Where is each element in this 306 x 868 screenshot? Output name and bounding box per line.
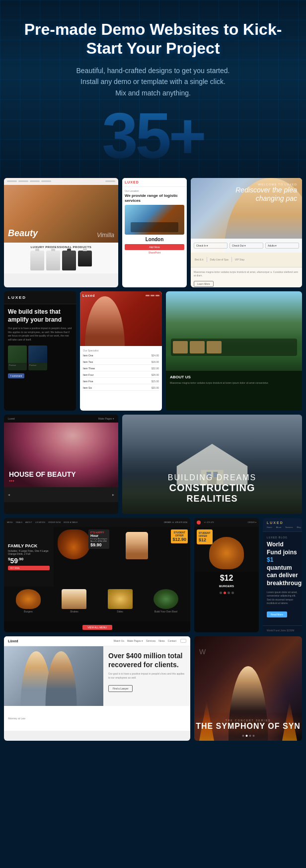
- demo-card-law[interactable]: Lüxed Watch Us Make Pages ▾ Services New…: [4, 636, 190, 741]
- demo-card-student-offer[interactable]: ☏ 478 479 ORDER ▾ STUDENT OFFER $12 $12 …: [194, 518, 259, 632]
- demo-card-beauty[interactable]: Beauty Vimilla LUXURY PROFESSIONAL PRODU…: [4, 178, 118, 287]
- demo-row-5: Lüxed Watch Us Make Pages ▾ Services New…: [4, 636, 302, 741]
- page-title: Pre-made Demo Websites to Kick-Start You…: [20, 20, 286, 58]
- demo-card-red-menu[interactable]: Luxed Our Specialist Item One $24.00 Ite…: [80, 291, 162, 411]
- luxed-brand-title: We build sites that amplify your brand: [8, 308, 72, 324]
- demo-card-restaurant[interactable]: ABOUT US Maecenas magna tortor sodales t…: [166, 291, 302, 411]
- london-bridge-image: [125, 205, 184, 235]
- demo-grid: Beauty Vimilla LUXURY PROFESSIONAL PRODU…: [0, 178, 306, 746]
- student-price: $12: [196, 574, 257, 583]
- demo-row-3: Luxed Make Pages ▾ HOUSE OF BEAUTY ●●● ◀…: [4, 415, 302, 514]
- luxed-brand-desc: Our goal is to have a positive impact in…: [8, 327, 72, 342]
- law-nav-contact: Contact: [168, 639, 176, 642]
- luxed-product-2: Product: [28, 346, 47, 370]
- student-burger-image: [209, 537, 244, 569]
- luxed-news-highlight: $1: [267, 556, 273, 563]
- house-beauty-sub: ●●●: [9, 479, 76, 482]
- food-pack-desc: Includes: 4 Large Fries, One 4 Large Ora…: [8, 549, 50, 556]
- menu-item-1: Item One $24.00: [83, 353, 159, 358]
- menu-item-3: Item Three $32.00: [83, 366, 159, 371]
- luxed-news-tag: LUXED BLOG: [267, 536, 298, 539]
- luxed-more-btn[interactable]: Learn More: [194, 281, 214, 287]
- food-menu-burgers: Burgers: [7, 589, 50, 619]
- demo-row-1: Beauty Vimilla LUXURY PROFESSIONAL PRODU…: [4, 178, 302, 287]
- demo-count: 35+: [20, 103, 286, 168]
- luxed-news-nav-2: About: [276, 526, 281, 528]
- music-title: THE SYMPHONY OF SYN: [194, 722, 302, 731]
- header-subtitle: Beautiful, hand-crafted designs to get y…: [20, 65, 286, 98]
- house-beauty-title: HOUSE OF BEAUTY: [9, 470, 76, 478]
- beauty-brand: Vimilla: [97, 232, 114, 239]
- red-menu-logo: Luxed: [82, 294, 95, 297]
- fb-btn[interactable]: f comment: [8, 373, 24, 378]
- house-beauty-brand: Luxed: [8, 417, 15, 420]
- food-pack-label: FAMILY PACK: [8, 543, 50, 548]
- london-subtitle: Our Location: [125, 189, 184, 192]
- beauty-label: Beauty: [8, 228, 38, 239]
- beauty-bottle-1: [30, 251, 44, 270]
- luxed-news-desc: Lorem ipsum dolor sit amet, consectetur …: [267, 591, 298, 606]
- food-cta-btn[interactable]: VIEW ALL MENU: [82, 625, 112, 630]
- student-nav: ORDER ▾: [247, 521, 256, 523]
- food-contact: ORDER: ☏ 478 479 1234: [164, 521, 187, 523]
- london-heading: We provide range of logistic services: [125, 193, 184, 203]
- law-desc: Our goal is to have a positive impact in…: [108, 672, 185, 680]
- food-menu-shakes: Shakes: [53, 589, 95, 619]
- house-beauty-next[interactable]: ▶: [112, 493, 114, 496]
- building-title-top: BUILDING DREAMS: [122, 473, 302, 482]
- luxed-news-logo: LUXED: [267, 521, 298, 524]
- luxed-tagline: Rediscover the pleachanging pac: [235, 186, 297, 203]
- demo-card-luxed-brand[interactable]: LUXED We build sites that amplify your b…: [4, 291, 76, 411]
- law-nav-services: Services: [146, 639, 155, 642]
- law-hero-image: [4, 646, 103, 706]
- law-nav-news: News: [158, 639, 165, 642]
- demo-row-4: MENU DEALS ABOUT LOCATION ORDER NOW BOOK…: [4, 518, 302, 632]
- beauty-bottle-4: [78, 251, 92, 266]
- law-find-lawyer-btn[interactable]: Find a Lawyer: [108, 685, 133, 692]
- luxed-news-nav-1: Home: [267, 526, 272, 528]
- music-nav-dots: [242, 735, 254, 737]
- luxed-nav-3: VIP Stay: [235, 258, 244, 261]
- music-logo-mark: W: [199, 646, 209, 656]
- demo-card-food[interactable]: MENU DEALS ABOUT LOCATION ORDER NOW BOOK…: [4, 518, 190, 632]
- luxed-nav-2: Daily Use of Spa: [210, 258, 229, 261]
- london-share[interactable]: SharePoint: [125, 251, 184, 254]
- demo-card-house-beauty[interactable]: Luxed Make Pages ▾ HOUSE OF BEAUTY ●●● ◀…: [4, 415, 118, 514]
- building-title-main: CONSTRUCTING: [122, 482, 302, 494]
- red-menu-items: Item One $24.00 Item Two $18.00 Item Thr…: [83, 353, 159, 391]
- music-dot-4: [252, 735, 254, 737]
- demo-card-luxed-news[interactable]: LUXED Home About Services Blog LUXED BLO…: [263, 518, 302, 632]
- demo-card-music[interactable]: W THE CONCERT SERIES THE SYMPHONY OF SYN: [194, 636, 302, 741]
- svg-text:W: W: [199, 648, 206, 656]
- house-beauty-nav: Make Pages ▾: [98, 417, 114, 420]
- demo-row-2: LUXED We build sites that amplify your b…: [4, 291, 302, 411]
- restaurant-desc: Maecenas magna tortor sodales turpis tin…: [170, 381, 298, 385]
- luxed-news-bottom: World Fund Joins $150M Bet That Quantum …: [263, 625, 302, 632]
- music-dot-1: [242, 735, 244, 737]
- beauty-products-title: LUXURY PROFESSIONAL PRODUCTS: [7, 246, 115, 249]
- food-student-offer: STUDENT OFFER $12.90: [171, 529, 188, 543]
- law-nav-watchus: Watch Us: [113, 639, 124, 642]
- house-beauty-prev[interactable]: ◀: [8, 493, 10, 496]
- building-title-sub: REALITIES: [122, 494, 302, 504]
- food-item-shake: [126, 532, 148, 559]
- menu-item-5: Item Five $15.00: [83, 379, 159, 384]
- header-section: Pre-made Demo Websites to Kick-Start You…: [0, 0, 306, 178]
- demo-card-london[interactable]: LUXED Our Location We provide range of l…: [122, 178, 187, 287]
- student-category: BURGERS: [194, 585, 259, 590]
- food-menu-bowl: Build Your Own Bowl: [145, 589, 187, 619]
- law-search-input[interactable]: [180, 639, 186, 643]
- food-badge: HOT DEAL: [8, 566, 50, 570]
- food-nav-about: ABOUT: [25, 521, 32, 523]
- beauty-bottle-3: [62, 251, 76, 270]
- luxed-desc: Maecenas magna tortor sodales turpis tin…: [194, 270, 299, 278]
- demo-card-building[interactable]: BUILDING DREAMS CONSTRUCTING REALITIES: [122, 415, 302, 514]
- demo-card-luxed-hotel[interactable]: WELCOME TO LUXED Rediscover the pleachan…: [191, 178, 302, 287]
- student-dot-2: [224, 592, 226, 594]
- london-logo: LUXED: [125, 180, 184, 184]
- law-tagline: Over $400 million total recovered for cl…: [108, 651, 185, 669]
- luxed-news-read-more[interactable]: Read More: [267, 611, 287, 617]
- london-add-btn[interactable]: Add More: [125, 244, 184, 250]
- music-dot-3: [249, 735, 251, 737]
- menu-item-6: Item Six $20.00: [83, 385, 159, 391]
